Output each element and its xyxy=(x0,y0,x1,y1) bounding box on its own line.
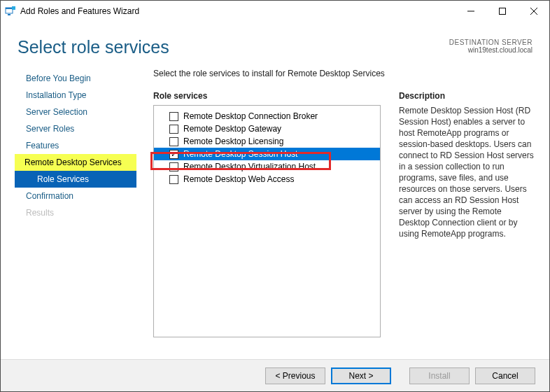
service-label: Remote Desktop Web Access xyxy=(183,174,295,184)
content-prompt: Select the role services to install for … xyxy=(153,69,534,78)
description-column: Description Remote Desktop Session Host … xyxy=(399,91,534,337)
role-services-listbox[interactable]: Remote Desktop Connection Broker Remote … xyxy=(153,105,381,337)
nav-results: Results xyxy=(15,204,136,221)
service-connection-broker[interactable]: Remote Desktop Connection Broker xyxy=(154,110,380,122)
previous-button[interactable]: < Previous xyxy=(265,368,325,384)
service-gateway[interactable]: Remote Desktop Gateway xyxy=(154,122,380,135)
service-virtualization-host[interactable]: Remote Desktop Virtualization Host xyxy=(154,160,380,173)
window-title: Add Roles and Features Wizard xyxy=(20,6,455,16)
wizard-nav: Before You Begin Installation Type Serve… xyxy=(15,69,136,354)
checkbox-icon[interactable] xyxy=(169,175,178,184)
checkbox-icon[interactable] xyxy=(169,162,178,172)
destination-label: DESTINATION SERVER xyxy=(449,38,533,46)
nav-installation-type[interactable]: Installation Type xyxy=(15,87,136,104)
services-heading: Role services xyxy=(153,91,381,101)
checkbox-icon[interactable] xyxy=(169,125,178,134)
next-button[interactable]: Next > xyxy=(331,368,391,384)
services-column: Role services Remote Desktop Connection … xyxy=(153,91,381,337)
close-button[interactable] xyxy=(518,1,549,22)
service-licensing[interactable]: Remote Desktop Licensing xyxy=(154,135,380,148)
app-icon xyxy=(5,6,16,17)
nav-confirmation[interactable]: Confirmation xyxy=(15,188,136,204)
service-session-host[interactable]: Remote Desktop Session Host xyxy=(154,148,380,160)
nav-role-services[interactable]: Role Services xyxy=(15,171,136,188)
wizard-header: Select role services DESTINATION SERVER … xyxy=(1,22,549,57)
description-heading: Description xyxy=(399,91,534,101)
checkbox-icon[interactable] xyxy=(169,150,178,159)
nav-remote-desktop-services[interactable]: Remote Desktop Services xyxy=(15,154,136,171)
wizard-footer: < Previous Next > Install Cancel xyxy=(1,359,549,391)
page-title: Select role services xyxy=(17,37,169,57)
install-button: Install xyxy=(409,368,470,384)
svg-rect-3 xyxy=(12,6,15,10)
service-label: Remote Desktop Session Host xyxy=(183,149,297,159)
wizard-body: Before You Begin Installation Type Serve… xyxy=(1,57,549,354)
service-label: Remote Desktop Connection Broker xyxy=(183,111,318,121)
minimize-button[interactable] xyxy=(455,1,486,22)
destination-server-info: DESTINATION SERVER win19test.cloud.local xyxy=(449,37,533,54)
wizard-content: Select the role services to install for … xyxy=(136,69,534,354)
content-columns: Role services Remote Desktop Connection … xyxy=(153,91,534,337)
titlebar: Add Roles and Features Wizard xyxy=(1,1,549,22)
nav-before-you-begin[interactable]: Before You Begin xyxy=(15,70,136,87)
service-label: Remote Desktop Gateway xyxy=(183,124,281,134)
checkbox-icon[interactable] xyxy=(169,112,178,121)
service-label: Remote Desktop Virtualization Host xyxy=(183,162,316,172)
cancel-button[interactable]: Cancel xyxy=(475,368,535,384)
window-controls xyxy=(455,1,549,22)
service-web-access[interactable]: Remote Desktop Web Access xyxy=(154,173,380,186)
nav-server-selection[interactable]: Server Selection xyxy=(15,104,136,120)
maximize-button[interactable] xyxy=(486,1,518,22)
svg-rect-5 xyxy=(499,8,505,15)
description-text: Remote Desktop Session Host (RD Session … xyxy=(399,105,534,239)
nav-server-roles[interactable]: Server Roles xyxy=(15,120,136,137)
destination-server: win19test.cloud.local xyxy=(449,46,533,54)
checkbox-icon[interactable] xyxy=(169,137,178,146)
nav-features[interactable]: Features xyxy=(15,137,136,154)
svg-rect-2 xyxy=(8,14,10,15)
svg-rect-1 xyxy=(6,8,13,9)
service-label: Remote Desktop Licensing xyxy=(183,136,283,146)
